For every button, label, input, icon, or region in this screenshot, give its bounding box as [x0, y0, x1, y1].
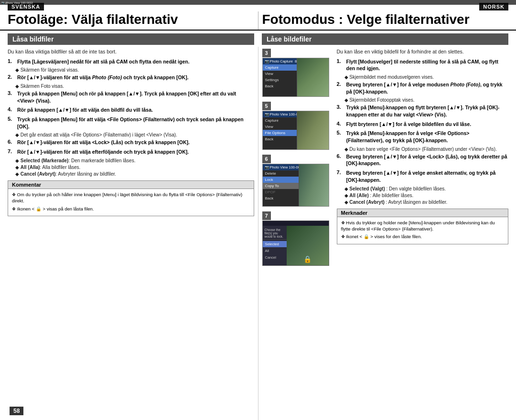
right-step-3: 3. Trykk på [Menu]-knappen og flytt bryt… [337, 104, 509, 118]
screen-5: 5 📷 Photo View 100-0022 Capture View Fil… [262, 102, 333, 150]
left-step-2: 2. Rör [▲/▼]-väljaren för att välja Phot… [8, 74, 254, 81]
copy-to-item: Copy To [263, 183, 299, 189]
left-main-title: Fotoläge: Välja filalternativ [8, 11, 254, 30]
right-step-7: 7. Beveg bryteren [▲/▼] for å velge ønsk… [337, 169, 509, 183]
left-step-1-note: Skärmen för lägesval visas. [15, 67, 254, 73]
left-step-7-note-3: Cancel (Avbryt): Avbryter låsning av bil… [15, 171, 254, 177]
left-step-5: 5. Tryck på knappen [Menu] för att välja… [8, 116, 254, 130]
left-step-7-note-2: All (Alla): Alla bildfiler låses. [15, 165, 254, 170]
right-step-5: 5. Trykk på [Menu]-knappen for å velge <… [337, 130, 509, 144]
left-step-6: 6. Rör [▲/▼]-väljaren för att välja <Loc… [8, 139, 254, 146]
right-step-5-note: Du kan bare velge <File Options> (Filalt… [344, 147, 509, 152]
screen-3: 3 📷 Photo Capture 800 Capture View Setti… [262, 49, 333, 97]
screens-column: 3 📷 Photo Capture 800 Capture View Setti… [262, 49, 333, 269]
left-section-title: Låsa bildfiler [8, 33, 254, 45]
right-step-4: 4. Flytt bryteren [▲/▼] for å velge bild… [337, 121, 509, 128]
right-section-title: Låse bildefiler [262, 33, 508, 45]
right-note-box: Merknader Hvis du trykker og holder nede… [337, 209, 509, 244]
left-step-3: 3. Tryck på knappen [Menu] och rör på kn… [8, 90, 254, 104]
left-note-1: Om du trycker på och håller inne knappen… [12, 191, 250, 204]
right-step-1-note: Skjermbildet med modusvelgeren vises. [344, 74, 509, 80]
right-step-2: 2. Beveg bryteren [▲/▼] for å velge modu… [337, 81, 509, 95]
right-step-7-note-3: Cancel (Avbryt) : Avbryt låsingen av bil… [344, 200, 509, 205]
left-step-5-note: Det går endast att välja <File Options> … [15, 132, 254, 137]
left-step-2-note: Skärmen Foto visas. [15, 84, 254, 89]
left-note-title: Kommentar [8, 181, 254, 189]
left-step-7-note-1: Selected (Markerade): Den markerade bild… [15, 158, 254, 163]
screen-6: 6 📷 Photo View 100-0022 Delete Lock Copy… [262, 155, 333, 207]
left-intro: Du kan låsa viktiga bildfiler så att de … [8, 49, 254, 54]
right-step-7-note-1: Selected (Valgt) : Den valgte bildefilen… [344, 186, 509, 191]
screen-7: 7 📷 Photo View 100-0022 Choose the file(… [262, 211, 333, 266]
right-intro: Du kan låse en viktig bildefil for å for… [337, 49, 509, 54]
right-steps: Du kan låse en viktig bildefil for å for… [337, 49, 509, 269]
page-number: 58 [10, 407, 23, 415]
right-note-title: Merknader [337, 209, 508, 217]
right-note-1: Hvis du trykker og holder nede [Menu]-kn… [341, 220, 505, 232]
left-step-7: 7. Rör [▲/▼]-väljaren för att välja efte… [8, 148, 254, 156]
left-step-1: 1. Flytta [Lägesväljaren] nedåt för att … [8, 58, 254, 65]
right-step-1: 1. Flytt [Modusvelger] til nederste stil… [337, 58, 509, 72]
right-step-6: 6. Beveg bryteren [▲/▼] for å velge <Loc… [337, 153, 509, 167]
right-step-7-note-2: All (Alle) : Alle bildefiler låses. [344, 193, 509, 198]
right-step-2-note: Skjermbildet Fotoopptak vises. [344, 97, 509, 103]
right-main-title: Fotomodus : Velge filalternativer [262, 11, 509, 30]
right-note-2: Ikonet < 🔒 > vises for den låste filen. [341, 233, 505, 240]
left-step-4: 4. Rör på knappen [▲/▼] för att välja de… [8, 106, 254, 114]
left-note-box: Kommentar Om du trycker på och håller in… [8, 180, 254, 216]
left-note-2: Ikonen < 🔒 > visas på den låsta filen. [12, 206, 250, 212]
